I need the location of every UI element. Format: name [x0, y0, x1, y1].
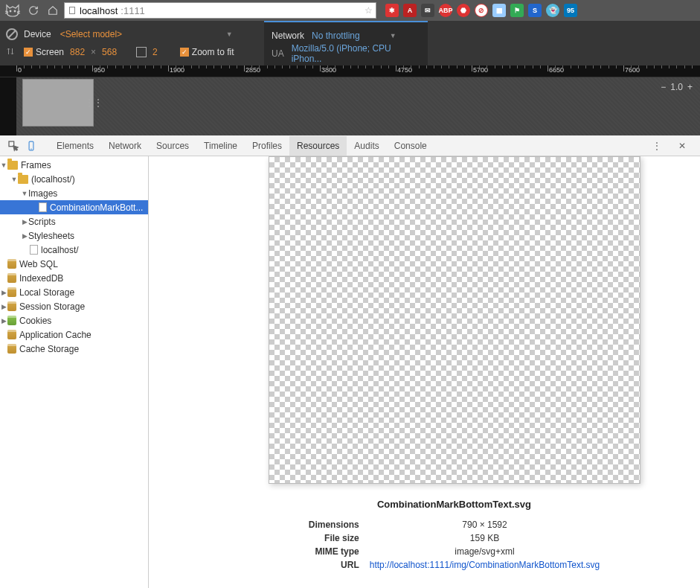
ext-icon-grid[interactable]: ▦: [492, 4, 506, 17]
tree-scripts[interactable]: Scripts: [0, 214, 148, 229]
ext-icon-s[interactable]: S: [528, 4, 542, 17]
tree-appcache[interactable]: Application Cache: [0, 327, 148, 342]
device-model-value: <Select model>: [60, 29, 122, 39]
zoom-out-button[interactable]: −: [661, 82, 666, 92]
tree-sessionstorage[interactable]: Session Storage: [0, 299, 148, 313]
ruler-tick-label: 6650: [549, 66, 564, 74]
bookmark-star-icon[interactable]: ☆: [365, 5, 373, 16]
tree-label: Cache Storage: [19, 344, 79, 354]
screen-width[interactable]: 882: [70, 47, 85, 57]
meta-dimensions-value: 790 × 1592: [365, 519, 604, 531]
ext-icon-a[interactable]: A: [403, 4, 417, 17]
meta-url-label: URL: [304, 559, 364, 571]
ext-icon-shield[interactable]: ⬣: [457, 4, 470, 17]
ruler-tick-label: 1900: [170, 66, 184, 74]
chevron-down-icon: ▼: [390, 32, 396, 39]
toggle-device-icon[interactable]: [22, 137, 40, 155]
tree-label: localhost/: [41, 245, 79, 255]
meta-url-link[interactable]: http://localhost:1111/img/CombinationMar…: [370, 560, 600, 570]
svg-point-1: [14, 10, 16, 12]
tree-images[interactable]: Images: [0, 186, 148, 200]
devtools-close-icon[interactable]: ✕: [673, 137, 691, 155]
chevron-down-icon: ▼: [226, 31, 233, 38]
ext-icon-block[interactable]: ⊘: [475, 4, 488, 17]
ruler-tick-label: 3800: [321, 66, 336, 74]
tree-stylesheets[interactable]: Stylesheets: [0, 229, 148, 243]
home-button[interactable]: [45, 2, 61, 19]
ruler-tick-label: 5700: [473, 66, 488, 74]
tree-label: Frames: [21, 160, 51, 170]
tree-localstorage[interactable]: Local Storage: [0, 285, 148, 299]
meta-filesize-label: File size: [304, 532, 364, 544]
devtools-tabbar: ElementsNetworkSourcesTimelineProfilesRe…: [0, 135, 700, 156]
zoom-value: 1.0: [670, 82, 683, 92]
screen-height[interactable]: 568: [102, 47, 117, 57]
svg-point-0: [10, 10, 11, 12]
inspect-element-icon[interactable]: [4, 137, 22, 155]
tab-console[interactable]: Console: [387, 136, 434, 156]
tree-cookies[interactable]: Cookies: [0, 313, 148, 327]
emulated-screen[interactable]: ⋮⋮: [22, 79, 94, 127]
resources-sidebar: Frames (localhost/) Images CombinationMa…: [0, 156, 149, 588]
dpr-value[interactable]: 2: [152, 47, 158, 57]
file-icon: [30, 245, 38, 255]
resize-handle[interactable]: ⋮⋮: [90, 80, 97, 126]
resource-preview-panel: CombinationMarkBottomText.svg Dimensions…: [149, 156, 700, 588]
image-preview: [269, 156, 640, 484]
ext-icon-mail[interactable]: ✉: [421, 4, 434, 17]
tree-label: Local Storage: [19, 287, 74, 298]
screen-checkbox[interactable]: ✓Screen: [24, 47, 64, 57]
tab-audits[interactable]: Audits: [347, 136, 386, 156]
url-rest: :1111: [121, 5, 145, 16]
cookies-icon: [7, 316, 16, 325]
swap-dimensions-icon[interactable]: [6, 47, 18, 58]
tab-network[interactable]: Network: [101, 136, 149, 156]
ua-value[interactable]: Mozilla/5.0 (iPhone; CPU iPhon...: [292, 43, 420, 64]
storage-icon: [7, 330, 16, 339]
tree-websql[interactable]: Web SQL: [0, 257, 148, 271]
zoom-to-fit-checkbox[interactable]: ✓Zoom to fit: [180, 47, 234, 57]
ext-icon-asterisk[interactable]: ✱: [385, 4, 399, 17]
throttling-value: No throttling: [312, 31, 360, 41]
folder-icon: [7, 161, 18, 170]
ruler-tick-label: 2850: [245, 66, 260, 74]
tree-indexeddb[interactable]: IndexedDB: [0, 271, 148, 285]
tab-elements[interactable]: Elements: [49, 136, 101, 156]
no-device-icon[interactable]: [6, 28, 18, 40]
tree-cachestorage[interactable]: Cache Storage: [0, 342, 148, 356]
tree-label: Cookies: [19, 316, 51, 326]
url-bar[interactable]: localhost:1111 ☆: [64, 2, 376, 19]
throttling-select[interactable]: No throttling ▼: [312, 31, 396, 41]
ext-icon-ghost[interactable]: 👻: [546, 4, 559, 17]
tab-resources[interactable]: Resources: [289, 136, 347, 156]
devtools-menu-icon[interactable]: ⋮: [648, 137, 666, 155]
devtools-body: Frames (localhost/) Images CombinationMa…: [0, 156, 700, 588]
tree-label: Application Cache: [19, 330, 91, 340]
zoom-in-button[interactable]: +: [687, 82, 693, 92]
tree-selected-file[interactable]: CombinationMarkBott...: [0, 200, 148, 214]
tree-frames[interactable]: Frames: [0, 158, 148, 172]
folder-icon: [18, 175, 28, 184]
storage-icon: [7, 287, 16, 297]
zoom-controls: − 1.0 +: [661, 82, 693, 92]
ext-icon-abp[interactable]: ABP: [439, 4, 452, 17]
zoom-fit-label: Zoom to fit: [192, 47, 234, 57]
tree-localhost[interactable]: (localhost/): [0, 172, 148, 186]
tab-profiles[interactable]: Profiles: [245, 136, 289, 156]
ext-icon-95[interactable]: 95: [564, 4, 577, 17]
storage-icon: [7, 301, 16, 311]
device-model-select[interactable]: <Select model> ▼: [57, 29, 236, 39]
tree-localhost-file[interactable]: localhost/: [0, 243, 148, 257]
network-label: Network: [272, 31, 304, 41]
tree-label: (localhost/): [31, 174, 75, 185]
tab-timeline[interactable]: Timeline: [196, 136, 245, 156]
ext-icon-flag[interactable]: ⚑: [510, 4, 524, 17]
device-label: Device: [24, 29, 51, 39]
reload-button[interactable]: [25, 2, 42, 19]
ruler-tick-label: 0: [18, 66, 22, 74]
tree-label: Images: [28, 188, 57, 199]
dpr-icon[interactable]: [136, 47, 147, 57]
tab-sources[interactable]: Sources: [149, 136, 196, 156]
tree-label: IndexedDB: [19, 273, 63, 284]
url-host: localhost: [80, 5, 118, 16]
